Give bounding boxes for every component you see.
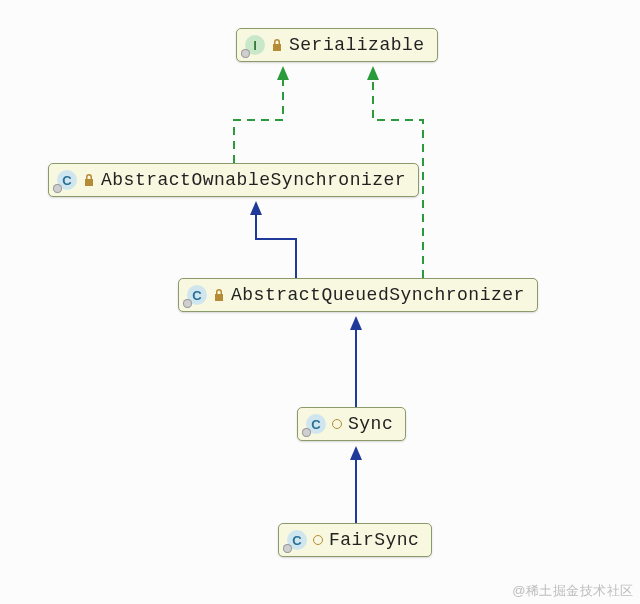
lock-icon — [213, 288, 225, 302]
lock-icon — [271, 38, 283, 52]
class-icon: C — [187, 285, 207, 305]
node-label: AbstractQueuedSynchronizer — [231, 285, 525, 305]
node-label: Sync — [348, 414, 393, 434]
class-icon: C — [57, 170, 77, 190]
package-visibility-icon — [332, 419, 342, 429]
interface-icon: I — [245, 35, 265, 55]
node-label: Serializable — [289, 35, 425, 55]
node-serializable: I Serializable — [236, 28, 438, 62]
node-abstract-ownable-synchronizer: C AbstractOwnableSynchronizer — [48, 163, 419, 197]
edge-extends-aqs-aos — [256, 215, 296, 278]
class-icon: C — [306, 414, 326, 434]
package-visibility-icon — [313, 535, 323, 545]
node-label: FairSync — [329, 530, 419, 550]
node-sync: C Sync — [297, 407, 406, 441]
lock-icon — [83, 173, 95, 187]
node-abstract-queued-synchronizer: C AbstractQueuedSynchronizer — [178, 278, 538, 312]
class-icon: C — [287, 530, 307, 550]
node-label: AbstractOwnableSynchronizer — [101, 170, 406, 190]
edge-implements-aos-serializable — [234, 80, 283, 163]
node-fairsync: C FairSync — [278, 523, 432, 557]
watermark: @稀土掘金技术社区 — [512, 582, 634, 600]
